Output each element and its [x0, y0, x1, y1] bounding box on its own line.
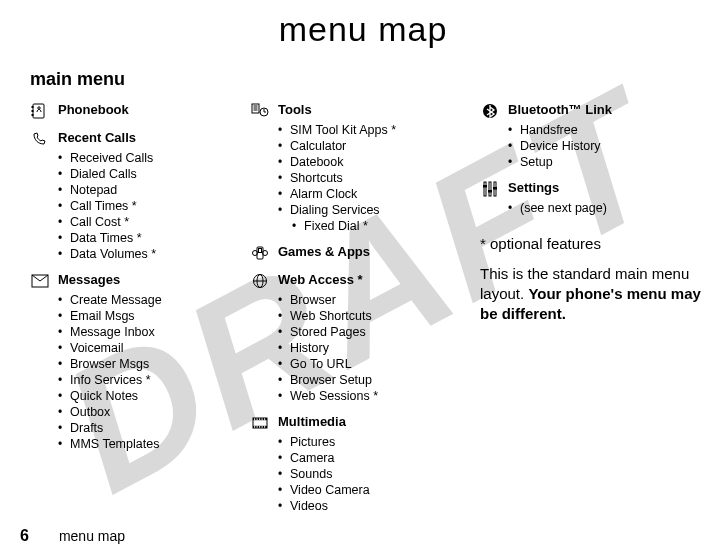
list-item: Info Services *: [58, 372, 230, 388]
list-item: Received Calls: [58, 150, 230, 166]
list-item: Dialed Calls: [58, 166, 230, 182]
svg-rect-29: [257, 426, 258, 427]
list-item: SIM Tool Kit Apps *: [278, 122, 460, 138]
list-item: Browser: [278, 292, 460, 308]
svg-rect-23: [254, 418, 255, 419]
svg-rect-1: [32, 106, 34, 108]
section-multimedia: Multimedia Pictures Camera Sounds Video …: [250, 414, 460, 514]
svg-rect-31: [262, 426, 263, 427]
games-icon: [250, 244, 270, 262]
web-list: Browser Web Shortcuts Stored Pages Histo…: [250, 292, 460, 404]
multimedia-icon: [250, 414, 270, 432]
multimedia-list: Pictures Camera Sounds Video Camera Vide…: [250, 434, 460, 514]
list-item: Web Shortcuts: [278, 308, 460, 324]
section-games: Games & Apps: [250, 244, 460, 262]
svg-rect-32: [264, 426, 265, 427]
list-item: Data Times *: [58, 230, 230, 246]
section-tools: Tools SIM Tool Kit Apps * Calculator Dat…: [250, 102, 460, 234]
list-item: Camera: [278, 450, 460, 466]
page-footer: 6 menu map: [0, 527, 125, 545]
list-item: History: [278, 340, 460, 356]
svg-point-4: [38, 107, 40, 109]
web-icon: [250, 272, 270, 290]
list-item: Setup: [508, 154, 710, 170]
svg-rect-25: [259, 418, 260, 419]
optional-features-note: * optional features: [480, 234, 710, 254]
tools-icon: [250, 102, 270, 120]
recent-calls-list: Received Calls Dialed Calls Notepad Call…: [30, 150, 230, 262]
section-web: Web Access * Browser Web Shortcuts Store…: [250, 272, 460, 404]
page-number: 6: [20, 527, 29, 545]
list-item: Videos: [278, 498, 460, 514]
list-item: Call Times *: [58, 198, 230, 214]
list-item: Browser Msgs: [58, 356, 230, 372]
list-item: MMS Templates: [58, 436, 230, 452]
section-messages: Messages Create Message Email Msgs Messa…: [30, 272, 230, 452]
list-item: Calculator: [278, 138, 460, 154]
list-item: Drafts: [58, 420, 230, 436]
settings-list: (see next page): [480, 200, 710, 216]
svg-rect-26: [262, 418, 263, 419]
settings-icon: [480, 180, 500, 198]
list-item: Data Volumes *: [58, 246, 230, 262]
section-bluetooth: Bluetooth™ Link Handsfree Device History…: [480, 102, 710, 170]
list-item: Message Inbox: [58, 324, 230, 340]
web-label: Web Access *: [278, 272, 363, 288]
section-phonebook: Phonebook: [30, 102, 230, 120]
svg-rect-28: [254, 426, 255, 427]
games-label: Games & Apps: [278, 244, 370, 260]
list-item: Quick Notes: [58, 388, 230, 404]
section-settings: Settings (see next page): [480, 180, 710, 216]
recent-calls-label: Recent Calls: [58, 130, 136, 146]
footer-text: menu map: [59, 528, 125, 544]
list-item: Create Message: [58, 292, 230, 308]
svg-rect-3: [32, 114, 34, 116]
tools-sublist: Fixed Dial *: [250, 218, 460, 234]
list-item: Dialing Services: [278, 202, 460, 218]
list-item: Device History: [508, 138, 710, 154]
list-item: Datebook: [278, 154, 460, 170]
svg-rect-34: [484, 182, 486, 196]
svg-rect-30: [259, 426, 260, 427]
section-recent-calls: Recent Calls Received Calls Dialed Calls…: [30, 130, 230, 262]
list-item: Voicemail: [58, 340, 230, 356]
svg-rect-35: [489, 182, 491, 196]
svg-rect-27: [264, 418, 265, 419]
settings-label: Settings: [508, 180, 559, 196]
note-block: * optional features This is the standard…: [480, 234, 710, 324]
list-item: Pictures: [278, 434, 460, 450]
list-item: Alarm Clock: [278, 186, 460, 202]
phonebook-icon: [30, 102, 50, 120]
bluetooth-list: Handsfree Device History Setup: [480, 122, 710, 170]
svg-rect-38: [488, 190, 492, 193]
list-item: Web Sessions *: [278, 388, 460, 404]
phonebook-label: Phonebook: [58, 102, 129, 118]
list-item: Outbox: [58, 404, 230, 420]
recent-calls-icon: [30, 130, 50, 148]
messages-icon: [30, 272, 50, 290]
svg-rect-2: [32, 110, 34, 112]
main-menu-heading: main menu: [30, 69, 696, 90]
list-item: Video Camera: [278, 482, 460, 498]
list-item: Fixed Dial *: [292, 218, 460, 234]
list-item: Browser Setup: [278, 372, 460, 388]
tools-label: Tools: [278, 102, 312, 118]
svg-rect-37: [483, 185, 487, 188]
list-item: Notepad: [58, 182, 230, 198]
list-item: Sounds: [278, 466, 460, 482]
multimedia-label: Multimedia: [278, 414, 346, 430]
page-title: menu map: [30, 10, 696, 49]
messages-label: Messages: [58, 272, 120, 288]
svg-rect-24: [257, 418, 258, 419]
list-item: Stored Pages: [278, 324, 460, 340]
svg-rect-14: [259, 249, 262, 253]
tools-list: SIM Tool Kit Apps * Calculator Datebook …: [250, 122, 460, 218]
list-item: Shortcuts: [278, 170, 460, 186]
list-item: Go To URL: [278, 356, 460, 372]
svg-rect-0: [33, 104, 44, 118]
list-item: Handsfree: [508, 122, 710, 138]
list-item: (see next page): [508, 200, 710, 216]
bluetooth-icon: [480, 102, 500, 120]
svg-rect-39: [493, 187, 497, 190]
bluetooth-label: Bluetooth™ Link: [508, 102, 612, 118]
